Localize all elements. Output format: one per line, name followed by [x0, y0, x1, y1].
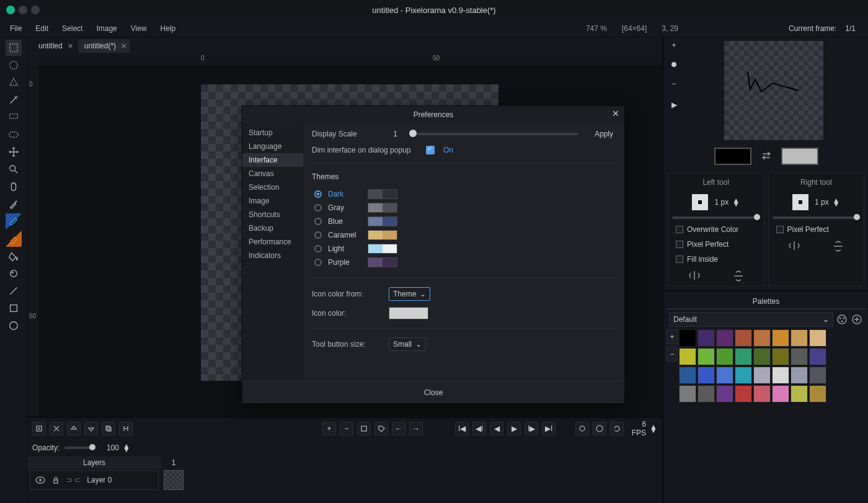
theme-name: Blue: [328, 217, 361, 226]
prefs-category-performance[interactable]: Performance: [242, 235, 303, 249]
prefs-category-shortcuts[interactable]: Shortcuts: [242, 208, 303, 221]
tool-button-size-select[interactable]: Small⌄: [389, 337, 426, 351]
prefs-category-backup[interactable]: Backup: [242, 221, 303, 235]
dim-interface-checkbox[interactable]: [426, 146, 435, 154]
theme-name: Light: [328, 244, 361, 253]
prefs-category-list: StartupLanguageInterfaceCanvasSelectionI…: [242, 123, 303, 381]
icon-color-from-label: Icon color from:: [312, 290, 380, 298]
apply-button[interactable]: Apply: [592, 128, 616, 140]
icon-color-from-select[interactable]: Theme⌄: [389, 287, 430, 301]
theme-swatch: [368, 189, 397, 199]
theme-name: Purple: [328, 258, 361, 267]
icon-color-swatch[interactable]: [389, 307, 428, 319]
dialog-title: Preferences: [414, 110, 454, 119]
theme-swatch: [368, 244, 397, 254]
prefs-category-selection[interactable]: Selection: [242, 180, 303, 194]
prefs-category-indicators[interactable]: Indicators: [242, 249, 303, 262]
dialog-titlebar[interactable]: Preferences ✕: [242, 106, 624, 123]
dialog-overlay: Preferences ✕ StartupLanguageInterfaceCa…: [0, 0, 868, 503]
theme-option-caramel[interactable]: Caramel: [314, 228, 616, 242]
radio-icon: [314, 190, 322, 198]
theme-option-dark[interactable]: Dark: [314, 187, 616, 201]
prefs-category-interface[interactable]: Interface: [242, 153, 303, 167]
dim-interface-value: On: [443, 146, 453, 154]
themes-label: Themes: [312, 172, 616, 181]
tool-button-size-label: Tool button size:: [312, 340, 380, 349]
prefs-category-startup[interactable]: Startup: [242, 126, 303, 140]
radio-icon: [314, 259, 322, 266]
theme-name: Dark: [328, 190, 361, 198]
theme-swatch: [368, 230, 397, 240]
radio-icon: [314, 218, 322, 225]
prefs-category-canvas[interactable]: Canvas: [242, 167, 303, 180]
preferences-dialog: Preferences ✕ StartupLanguageInterfaceCa…: [242, 105, 625, 404]
theme-name: Gray: [328, 203, 361, 212]
theme-option-blue[interactable]: Blue: [314, 215, 616, 228]
display-scale-slider[interactable]: [411, 133, 578, 135]
theme-swatch: [368, 203, 397, 213]
display-scale-label: Display Scale: [312, 130, 380, 138]
radio-icon: [314, 231, 322, 239]
chevron-down-icon: ⌄: [415, 340, 422, 349]
dim-interface-label: Dim interface on dialog popup: [312, 146, 417, 154]
theme-swatch: [368, 216, 397, 226]
theme-option-gray[interactable]: Gray: [314, 201, 616, 215]
close-icon[interactable]: ✕: [612, 109, 619, 118]
theme-swatch: [368, 257, 397, 267]
theme-name: Caramel: [328, 231, 361, 239]
icon-color-label: Icon color:: [312, 309, 380, 318]
prefs-category-language[interactable]: Language: [242, 140, 303, 153]
chevron-down-icon: ⌄: [420, 290, 426, 298]
theme-option-light[interactable]: Light: [314, 242, 616, 256]
close-button[interactable]: Close: [424, 388, 443, 397]
theme-option-purple[interactable]: Purple: [314, 256, 616, 269]
prefs-category-image[interactable]: Image: [242, 194, 303, 208]
radio-icon: [314, 245, 322, 252]
display-scale-value[interactable]: 1: [389, 130, 397, 138]
radio-icon: [314, 204, 322, 211]
